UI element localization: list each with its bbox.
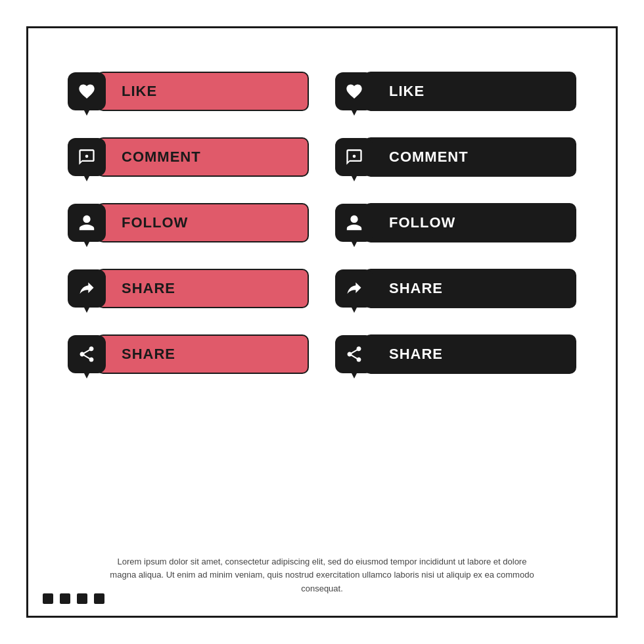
heart-icon	[78, 82, 96, 101]
dot-4	[94, 593, 104, 604]
comment-icon-badge-black	[335, 138, 373, 176]
share1-button-red[interactable]: SHARE	[68, 265, 309, 312]
comment-label-red: COMMENT	[97, 137, 309, 177]
share1-button-black[interactable]: SHARE	[335, 265, 576, 312]
share2-button-red[interactable]: SHARE	[68, 331, 309, 378]
share-network-icon	[78, 345, 96, 363]
comment-icon-badge-red	[68, 138, 106, 176]
share-arrow-icon-black	[345, 279, 363, 298]
dot-2	[60, 593, 70, 604]
follow-label-red: FOLLOW	[97, 203, 309, 242]
follow-label-black: FOLLOW	[364, 203, 576, 242]
footer-text: Lorem ipsum dolor sit amet, consectetur …	[68, 555, 576, 596]
person-icon-black	[345, 214, 363, 232]
follow-icon-badge-red	[68, 204, 106, 242]
follow-icon-badge-black	[335, 204, 373, 242]
share2-button-black[interactable]: SHARE	[335, 331, 576, 378]
dot-1	[43, 593, 53, 604]
share1-label-red: SHARE	[97, 269, 309, 308]
left-column: LIKE COMMENT FOLLOW SHA	[68, 68, 309, 549]
like-icon-badge-red	[68, 72, 106, 110]
corner-dots	[43, 593, 104, 604]
person-icon	[78, 214, 96, 232]
like-button-red[interactable]: LIKE	[68, 68, 309, 115]
share-network-icon-badge-black	[335, 335, 373, 373]
share-arrow-icon-badge-red	[68, 269, 106, 308]
dot-3	[77, 593, 87, 604]
share-arrow-icon	[78, 279, 96, 298]
comment-icon-black	[345, 148, 363, 166]
main-container: LIKE COMMENT FOLLOW SHA	[26, 26, 618, 618]
share-network-icon-badge-red	[68, 335, 106, 373]
comment-button-black[interactable]: COMMENT	[335, 133, 576, 181]
svg-point-1	[353, 155, 356, 158]
comment-button-red[interactable]: COMMENT	[68, 133, 309, 181]
right-column: LIKE COMMENT FOLLOW SHA	[335, 68, 576, 549]
svg-point-0	[85, 155, 89, 158]
share-network-icon-black	[345, 345, 363, 363]
like-button-black[interactable]: LIKE	[335, 68, 576, 115]
follow-button-black[interactable]: FOLLOW	[335, 199, 576, 246]
share2-label-black: SHARE	[364, 334, 576, 374]
like-label-black: LIKE	[364, 72, 576, 111]
like-label-red: LIKE	[97, 72, 309, 111]
comment-icon	[78, 148, 96, 166]
share1-label-black: SHARE	[364, 269, 576, 308]
share-arrow-icon-badge-black	[335, 269, 373, 308]
button-columns: LIKE COMMENT FOLLOW SHA	[68, 68, 576, 549]
follow-button-red[interactable]: FOLLOW	[68, 199, 309, 246]
share2-label-red: SHARE	[97, 334, 309, 374]
heart-icon-black	[345, 82, 363, 101]
like-icon-badge-black	[335, 72, 373, 110]
comment-label-black: COMMENT	[364, 137, 576, 177]
